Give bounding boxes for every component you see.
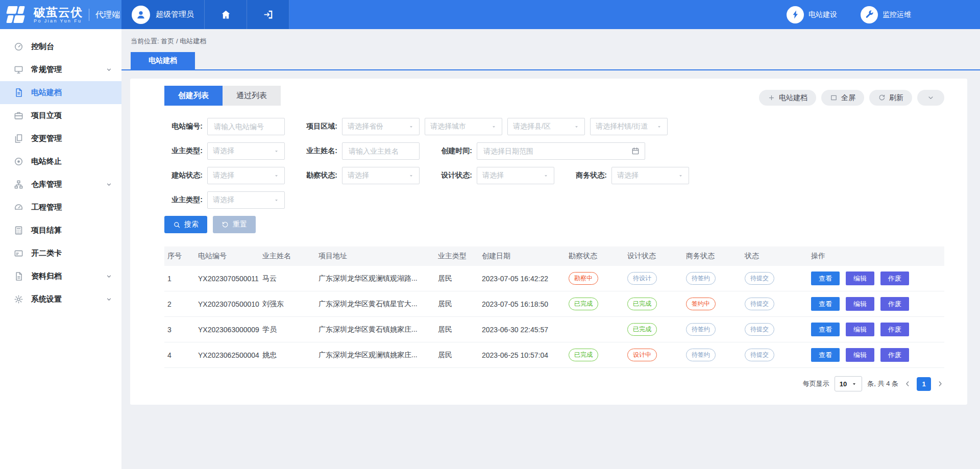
document-icon <box>14 88 23 97</box>
shortcut-station-build[interactable]: 电站建设 <box>787 6 837 23</box>
cell-status-badge: 待提交 <box>742 266 799 291</box>
sidebar-item-change-mgmt[interactable]: 变更管理 <box>0 127 121 150</box>
sidebar-item-label: 电站终止 <box>31 157 62 166</box>
topbar-shortcuts: 电站建设监控运维 <box>787 0 980 29</box>
edit-button[interactable]: 编辑 <box>846 323 874 336</box>
calendar-icon[interactable] <box>631 147 640 155</box>
cell-index: 1 <box>164 266 195 291</box>
sidebar-item-general-mgmt[interactable]: 常规管理 <box>0 58 121 81</box>
search-button[interactable]: 搜索 <box>164 216 207 233</box>
survey-status-select[interactable]: 请选择 <box>342 167 420 184</box>
sitemap-icon <box>14 180 23 189</box>
pagination: 每页显示 10 条, 共 4 条 1 <box>164 376 944 391</box>
sidebar-item-system-settings[interactable]: 系统设置 <box>0 288 121 311</box>
toolbar-more-button[interactable] <box>917 90 944 106</box>
logout-button[interactable] <box>247 0 289 29</box>
tab-create-list[interactable]: 创建列表 <box>164 86 223 106</box>
cell-business-status-badge: 待签约 <box>683 266 742 291</box>
calculator-icon <box>14 226 23 235</box>
design-status-label: 设计状态: <box>434 171 472 180</box>
breadcrumb-current: 电站建档 <box>180 37 206 45</box>
breadcrumb-home-link[interactable]: 首页 <box>161 37 174 45</box>
sidebar-item-second-type-card[interactable]: 开二类卡 <box>0 242 121 265</box>
business-status-select[interactable]: 请选择 <box>611 167 689 184</box>
sidebar-item-project-setup[interactable]: 项目立项 <box>0 104 121 127</box>
cell-owner-name: 马云 <box>259 266 315 291</box>
status-badge: 待提交 <box>745 349 774 361</box>
select-placeholder: 请选择城市 <box>430 122 466 131</box>
filter-actions: 搜索 重置 <box>164 216 944 233</box>
void-button[interactable]: 作废 <box>880 348 909 362</box>
reset-button[interactable]: 重置 <box>213 216 256 233</box>
target-icon <box>14 157 23 166</box>
design-status-select[interactable]: 请选择 <box>477 167 554 184</box>
village-select[interactable]: 请选择村镇/街道 <box>590 118 668 135</box>
user-menu[interactable]: 超级管理员 <box>121 0 205 29</box>
build-status-select[interactable]: 请选择 <box>207 167 285 184</box>
province-select[interactable]: 请选择省份 <box>342 118 420 135</box>
edit-button[interactable]: 编辑 <box>846 271 874 285</box>
select-placeholder: 请选择 <box>213 195 234 205</box>
cell-index: 3 <box>164 317 195 342</box>
sidebar-item-data-archive[interactable]: 资料归档 <box>0 265 121 288</box>
view-button[interactable]: 查看 <box>811 348 840 362</box>
city-select[interactable]: 请选择城市 <box>425 118 502 135</box>
page-tab-station-filing[interactable]: 电站建档 <box>131 52 195 69</box>
brand-logo: 破茧云伏 Po Jian Yun Fu 代理端 <box>0 0 121 29</box>
select-placeholder: 请选择县/区 <box>513 122 551 131</box>
chevron-down-icon <box>927 94 935 102</box>
date-range-input-wrap <box>477 142 645 160</box>
station-code-label: 电站编号: <box>164 122 203 131</box>
view-button[interactable]: 查看 <box>811 323 840 336</box>
prev-page-icon[interactable] <box>903 380 912 388</box>
cell-owner-name: 姚忠 <box>259 342 315 368</box>
cell-index: 4 <box>164 342 195 368</box>
owner-type-2-select[interactable]: 请选择 <box>207 191 285 209</box>
sidebar-item-station-termination[interactable]: 电站终止 <box>0 150 121 173</box>
owner-type-select[interactable]: 请选择 <box>207 142 285 160</box>
filter-row: 电站编号:项目区域:请选择省份请选择城市请选择县/区请选择村镇/街道 <box>164 118 944 135</box>
toolbar-fullscreen-button[interactable]: 全屏 <box>821 90 864 106</box>
design-status-badge: 已完成 <box>627 298 657 310</box>
tab-passed-list[interactable]: 通过列表 <box>223 86 281 106</box>
page-number-1[interactable]: 1 <box>917 377 931 391</box>
cell-created-date: 2023-06-25 10:57:04 <box>479 342 566 368</box>
per-page-select[interactable]: 10 <box>835 376 862 391</box>
chevron-down-icon <box>106 181 112 188</box>
next-page-icon[interactable] <box>936 380 944 388</box>
column-header-survey-status: 勘察状态 <box>566 246 624 266</box>
toolbar-refresh-button[interactable]: 刷新 <box>869 90 912 106</box>
sidebar-item-label: 项目立项 <box>31 111 62 120</box>
owner-name-input[interactable] <box>348 146 414 156</box>
sidebar-item-station-filing[interactable]: 电站建档 <box>0 81 121 104</box>
view-button[interactable]: 查看 <box>811 271 840 285</box>
cell-owner-type: 居民 <box>435 317 479 342</box>
filter-field-station-code: 电站编号: <box>164 118 285 135</box>
date-range-input[interactable] <box>482 146 631 156</box>
sidebar-item-project-settlement[interactable]: 项目结算 <box>0 219 121 242</box>
lightning-icon <box>791 10 800 19</box>
created-time-label: 创建时间: <box>434 146 472 156</box>
district-select[interactable]: 请选择县/区 <box>507 118 585 135</box>
sidebar-item-warehouse-mgmt[interactable]: 仓库管理 <box>0 173 121 196</box>
station-code-input[interactable] <box>213 122 279 131</box>
owner-type-label: 业主类型: <box>164 146 203 156</box>
user-icon <box>135 9 146 20</box>
void-button[interactable]: 作废 <box>880 323 909 336</box>
void-button[interactable]: 作废 <box>880 297 909 311</box>
caret-down-icon <box>656 124 662 130</box>
home-button[interactable] <box>205 0 247 29</box>
sidebar-item-console[interactable]: 控制台 <box>0 35 121 58</box>
shortcut-monitor-ops[interactable]: 监控运维 <box>861 6 911 23</box>
toolbar-create-button[interactable]: 电站建档 <box>759 90 816 106</box>
view-button[interactable]: 查看 <box>811 297 840 311</box>
edit-button[interactable]: 编辑 <box>846 348 874 362</box>
cell-design-status-badge: 已完成 <box>624 291 683 317</box>
shortcut-label: 电站建设 <box>808 10 837 19</box>
sidebar-item-engineering-mgmt[interactable]: 工程管理 <box>0 196 121 219</box>
filter-field-business-status: 商务状态:请选择 <box>569 167 689 184</box>
home-icon <box>220 9 231 20</box>
project-region-label: 项目区域: <box>299 122 337 131</box>
edit-button[interactable]: 编辑 <box>846 297 874 311</box>
void-button[interactable]: 作废 <box>880 271 909 285</box>
